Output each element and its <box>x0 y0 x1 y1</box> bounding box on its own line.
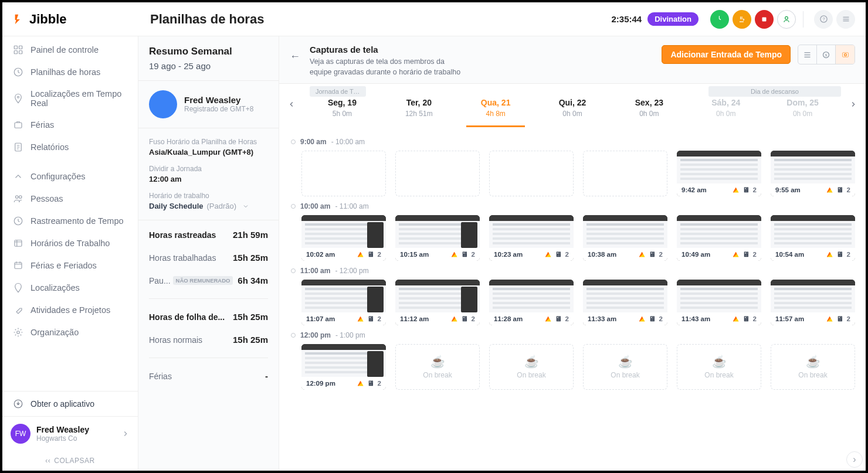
nav-item[interactable]: Planilhas de horas <box>2 61 138 83</box>
back-button[interactable]: ← <box>290 50 300 63</box>
activity-icon <box>452 252 457 257</box>
section-title: Capturas de tela <box>310 45 462 55</box>
hour-block: 9:00 am- 10:00 am 9:42 am🖥2 9:55 am🖥2 <box>290 138 855 196</box>
activity-icon <box>545 317 551 322</box>
nav-item[interactable]: Relatórios <box>2 136 138 158</box>
activity-icon <box>827 188 833 193</box>
view-cost-button[interactable]: $ <box>817 45 836 64</box>
split-value: 12:00 am <box>149 175 268 183</box>
screenshot-thumbnail[interactable]: 10:02 am🖥2 <box>301 215 386 261</box>
screenshot-thumbnail[interactable]: 11:43 am🖥2 <box>677 280 761 325</box>
tracked-hours-label: Horas rastreadas <box>149 230 216 240</box>
add-time-entry-button[interactable]: Adicionar Entrada de Tempo <box>662 45 791 64</box>
nav-item[interactable]: Painel de controle <box>2 39 138 61</box>
screenshot-thumbnail[interactable]: 11:33 am🖥2 <box>583 280 667 325</box>
nav-item[interactable]: Férias <box>2 114 138 136</box>
profile-sub: Registrado de GMT+8 <box>184 105 253 114</box>
screenshot-empty <box>301 151 386 196</box>
help-button[interactable]: ? <box>814 10 833 29</box>
nav-item[interactable]: Organização <box>2 321 138 343</box>
day-tab[interactable]: Sáb, 24 0h 0m <box>687 98 764 127</box>
screenshot-thumbnail[interactable]: 10:49 am🖥2 <box>677 215 761 261</box>
screenshot-thumbnail[interactable]: 10:38 am🖥2 <box>583 215 667 261</box>
next-week-button[interactable] <box>849 100 857 111</box>
svg-rect-5 <box>14 51 17 54</box>
get-app-button[interactable]: Obter o aplicativo <box>2 391 138 417</box>
nav-icon <box>13 93 23 104</box>
screenshot-thumbnail[interactable]: 9:55 am🖥2 <box>771 151 855 196</box>
date-range: 19 ago - 25 ago <box>149 61 268 71</box>
view-screenshots-button[interactable] <box>836 45 855 64</box>
screenshot-thumbnail[interactable]: 11:57 am🖥2 <box>771 280 855 325</box>
monitor-icon: 🖥 <box>461 250 468 258</box>
collapse-sidebar-button[interactable]: ‹‹ COLAPSAR <box>2 451 138 471</box>
day-tab[interactable]: Sex, 23 0h 0m <box>611 98 687 127</box>
clock-in-button[interactable] <box>710 10 729 29</box>
screenshot-break: ☕ On break <box>771 344 855 390</box>
day-tab[interactable]: Ter, 20 12h 51m <box>381 98 457 127</box>
summary-panel: Resumo Semanal 19 ago - 25 ago Fred Weas… <box>138 36 279 471</box>
user-org: Hogwarts Co <box>36 434 116 443</box>
vacation-value: - <box>265 371 268 381</box>
break-button[interactable] <box>733 10 751 29</box>
screenshot-thumbnail[interactable]: 10:23 am🖥2 <box>489 215 574 261</box>
activity-icon <box>639 317 645 322</box>
logo-text: Jibble <box>29 12 67 27</box>
monitor-icon: 🖥 <box>742 315 750 323</box>
profile-avatar <box>149 90 177 118</box>
nav-item[interactable]: Férias e Feriados <box>2 254 138 277</box>
screenshot-break: ☕ On break <box>395 344 480 390</box>
nav-item[interactable]: Pessoas <box>2 188 138 210</box>
schedule-label: Horário de trabalho <box>149 192 268 200</box>
day-tab[interactable]: Qua, 21 4h 8m <box>457 98 534 127</box>
nav-item[interactable]: Horários de Trabalho <box>2 232 138 254</box>
break-hours-value: 6h 34m <box>238 275 268 285</box>
download-icon <box>13 399 23 409</box>
settings-button[interactable] <box>836 10 855 29</box>
days-selector: Jornada de Trabal... Dia de descanso Seg… <box>279 84 866 127</box>
screenshot-thumbnail[interactable]: 12:09 pm🖥2 <box>301 344 386 390</box>
logo-icon <box>13 13 26 26</box>
screenshot-thumbnail[interactable]: 11:07 am🖥2 <box>301 280 386 325</box>
view-list-button[interactable] <box>798 45 817 64</box>
hour-header: 11:00 am- 12:00 pm <box>290 267 855 275</box>
monitor-icon: 🖥 <box>367 315 374 323</box>
nav-item[interactable]: Atividades e Projetos <box>2 299 138 321</box>
nav-icon <box>13 67 23 77</box>
user-menu[interactable]: FW Fred Weasley Hogwarts Co <box>2 417 138 451</box>
nav-icon <box>13 305 23 315</box>
svg-point-11 <box>16 196 19 199</box>
screenshot-thumbnail[interactable]: 10:15 am🖥2 <box>395 215 480 261</box>
break-hours-label: Pau... <box>149 276 171 285</box>
clock-out-button[interactable] <box>755 10 774 29</box>
screenshot-thumbnail[interactable]: 9:42 am🖥2 <box>677 151 761 196</box>
regular-hours-value: 15h 25m <box>233 335 268 345</box>
svg-rect-15 <box>15 263 22 269</box>
content-area: ← Capturas de tela Veja as capturas de t… <box>279 36 866 471</box>
svg-rect-20 <box>842 52 848 57</box>
day-tab[interactable]: Qui, 22 0h 0m <box>534 98 611 127</box>
screenshot-thumbnail[interactable]: 11:12 am🖥2 <box>395 280 480 325</box>
screenshot-thumbnail[interactable]: 10:54 am🖥2 <box>771 215 855 261</box>
prev-week-button[interactable] <box>287 100 296 111</box>
nav-item[interactable]: Localizações em Tempo Real <box>2 83 138 114</box>
main-sidebar: Painel de controlePlanilhas de horasLoca… <box>2 36 138 471</box>
user-name: Fred Weasley <box>36 425 116 434</box>
nav-item[interactable]: Rastreamento de Tempo <box>2 210 138 232</box>
monitor-icon: 🖥 <box>555 250 562 258</box>
user-status-button[interactable] <box>777 10 796 29</box>
timer-display: 2:35:44 <box>611 14 642 24</box>
schedule-selector[interactable]: Daily Schedule (Padrão) <box>149 202 268 210</box>
scroll-indicator[interactable]: › <box>846 451 863 468</box>
current-activity-pill[interactable]: Divination <box>647 12 699 26</box>
nav-item[interactable]: Localizações <box>2 277 138 299</box>
break-cup-icon: ☕ <box>618 355 633 369</box>
svg-rect-6 <box>19 51 22 54</box>
monitor-icon: 🖥 <box>836 315 843 323</box>
screenshot-thumbnail[interactable]: 11:28 am🖥2 <box>489 280 574 325</box>
day-tab[interactable]: Seg, 19 5h 0m <box>304 98 381 127</box>
monitor-icon: 🖥 <box>649 315 656 323</box>
svg-point-21 <box>844 53 846 56</box>
day-tab[interactable]: Dom, 25 0h 0m <box>764 98 841 127</box>
nav-item[interactable]: Configurações <box>2 165 138 188</box>
